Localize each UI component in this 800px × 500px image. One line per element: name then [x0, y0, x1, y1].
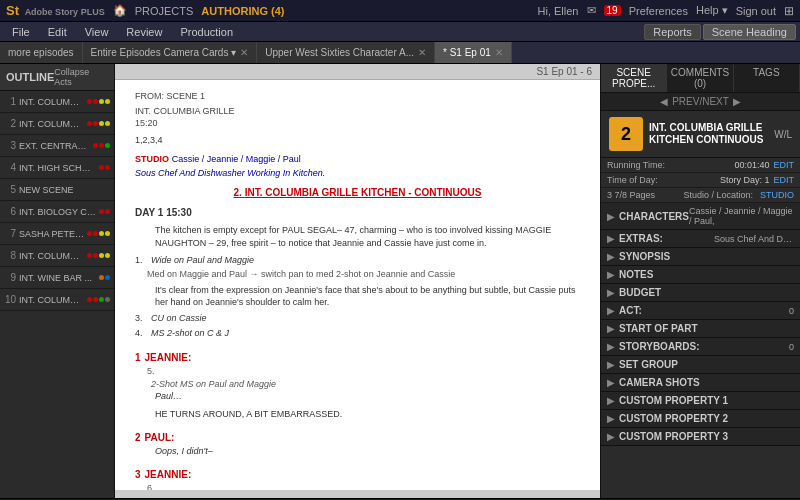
- time-of-day-value: Story Day: 1: [720, 175, 770, 185]
- day-time: DAY 1 15:30: [135, 206, 580, 220]
- running-time-value: 00:01:40: [734, 160, 769, 170]
- script-pages: 1,2,3,4: [135, 134, 580, 147]
- tab-more-episodes[interactable]: more episodes: [0, 42, 83, 63]
- tab-scene-props[interactable]: SCENE PROPE...: [601, 64, 667, 92]
- section-custom1[interactable]: ▶ CUSTOM PROPERTY 1: [601, 392, 800, 410]
- pages-label: 3 7/8 Pages: [607, 190, 684, 200]
- script-timecode: 15:20: [135, 117, 580, 130]
- section-characters[interactable]: ▶ CHARACTERS Cassie / Jeannie / Maggie /…: [601, 203, 800, 230]
- studio-location-label: Studio / Location:: [684, 190, 761, 200]
- reports-button[interactable]: Reports: [644, 24, 701, 40]
- nav-authoring[interactable]: AUTHORING (4): [201, 5, 284, 17]
- outline-item-9[interactable]: 9 INT. WINE BAR ...: [0, 267, 114, 289]
- action-line-2: It's clear from the expression on Jeanni…: [155, 284, 580, 309]
- dialogue-block-1: 1 JEANNIE: 5. 2-Shot MS on Paul and Magg…: [135, 345, 580, 403]
- right-panel: SCENE PROPE... COMMENTS (0) TAGS ◀ PREV/…: [600, 64, 800, 498]
- menu-view[interactable]: View: [77, 25, 117, 39]
- script-panel: S1 Ep 01 - 6 FROM: SCENE 1 INT. COLUMBIA…: [115, 64, 600, 498]
- scene-title-block: INT. COLUMBIA GRILLE KITCHEN CONTINUOUS: [649, 122, 768, 146]
- outline-header: OUTLINE Collapse Acts: [0, 64, 114, 91]
- section-synopsis[interactable]: ▶ SYNOPSIS: [601, 248, 800, 266]
- section-notes[interactable]: ▶ NOTES: [601, 266, 800, 284]
- scene-heading-line: 2. INT. COLUMBIA GRILLE KITCHEN - CONTIN…: [135, 186, 580, 200]
- outline-item-7[interactable]: 7 SASHA PETERSO...: [0, 223, 114, 245]
- dialogue-block-3: 3 JEANNIE: 6. MS 2-shot on C&J –Follow t…: [135, 462, 580, 491]
- scene-heading-button[interactable]: Scene Heading: [703, 24, 796, 40]
- shot-2: Med on Maggie and Paul → switch pan to m…: [147, 268, 580, 281]
- jeannie-dialogue-1: Paul…: [155, 390, 580, 403]
- section-storyboards[interactable]: ▶ STORYBOARDS: 0: [601, 338, 800, 356]
- section-custom2[interactable]: ▶ CUSTOM PROPERTY 2: [601, 410, 800, 428]
- outline-item-6[interactable]: 6 INT. BIOLOGY CL...: [0, 201, 114, 223]
- outline-item-2[interactable]: 2 INT. COLUMBIA ...: [0, 113, 114, 135]
- props-tabs: SCENE PROPE... COMMENTS (0) TAGS: [601, 64, 800, 93]
- outline-item-3[interactable]: 3 EXT. CENTRAL P...: [0, 135, 114, 157]
- outline-item-5[interactable]: 5 NEW SCENE: [0, 179, 114, 201]
- shot-4: 4. MS 2-shot on C & J: [135, 327, 580, 340]
- nav-projects[interactable]: PROJECTS: [135, 5, 194, 17]
- collapse-acts-button[interactable]: Collapse Acts: [54, 67, 108, 87]
- scene-num-label: 2.: [234, 187, 242, 198]
- section-set-group[interactable]: ▶ SET GROUP: [601, 356, 800, 374]
- nav-home-icon[interactable]: 🏠: [113, 4, 127, 17]
- scene-heading-text: INT. COLUMBIA GRILLE KITCHEN - CONTINUOU…: [245, 187, 482, 198]
- outline-title: OUTLINE: [6, 71, 54, 83]
- outline-item-8[interactable]: 8 INT. COLUMBIA ...: [0, 245, 114, 267]
- tab-close-s1ep01[interactable]: ✕: [495, 47, 503, 58]
- pages-studio-row: 3 7/8 Pages Studio / Location: STUDIO: [601, 188, 800, 203]
- sections-list: ▶ CHARACTERS Cassie / Jeannie / Maggie /…: [601, 203, 800, 498]
- next-button[interactable]: ▶: [733, 96, 741, 107]
- tab-close-camera[interactable]: ✕: [240, 47, 248, 58]
- section-camera-shots[interactable]: ▶ CAMERA SHOTS: [601, 374, 800, 392]
- studio-note: Sous Chef And Dishwasher Working In Kitc…: [135, 168, 325, 178]
- outline-item-1[interactable]: 1 INT. COLUMBIA ...: [0, 91, 114, 113]
- prefs-link[interactable]: Preferences: [629, 5, 688, 17]
- tab-character[interactable]: Upper West Sixties Character A... ✕: [257, 42, 435, 63]
- user-greeting: Hi, Ellen: [538, 5, 579, 17]
- scene-info: 2 INT. COLUMBIA GRILLE KITCHEN CONTINUOU…: [601, 111, 800, 158]
- tab-camera-cards[interactable]: Entire Episodes Camera Cards ▾ ✕: [83, 42, 258, 63]
- running-time-label: Running Time:: [607, 160, 734, 170]
- script-page-header: S1 Ep 01 - 6: [115, 64, 600, 80]
- section-budget[interactable]: ▶ BUDGET: [601, 284, 800, 302]
- studio-label: STUDIO: [135, 154, 169, 164]
- action-he-turns: HE TURNS AROUND, A BIT EMBARRASSED.: [135, 407, 580, 421]
- script-body[interactable]: FROM: SCENE 1 INT. COLUMBIA GRILLE 15:20…: [115, 80, 600, 490]
- studio-line: STUDIO Cassie / Jeannie / Maggie / Paul …: [135, 152, 580, 180]
- edit-time-of-day-button[interactable]: EDIT: [773, 175, 794, 185]
- menu-file[interactable]: File: [4, 25, 38, 39]
- script-location: INT. COLUMBIA GRILLE: [135, 105, 580, 118]
- outline-item-4[interactable]: 4 INT. HIGH SCHOO...: [0, 157, 114, 179]
- chevron-right-icon-setgroup: ▶: [607, 359, 615, 370]
- tab-comments[interactable]: COMMENTS (0): [667, 64, 733, 92]
- dialogue-block-2: 2 PAUL: Oops, I didn't–: [135, 425, 580, 458]
- section-extras[interactable]: ▶ EXTRAS: Sous Chef And Dishwasher Worki…: [601, 230, 800, 248]
- shots-block: 1. Wide on Paul and Maggie Med on Maggie…: [135, 254, 580, 340]
- top-bar: St Adobe Story PLUS 🏠 PROJECTS AUTHORING…: [0, 0, 800, 22]
- scene-wl-label: W/L: [774, 129, 792, 140]
- outline-item-10[interactable]: 10 INT. COLUMBIA ...: [0, 289, 114, 311]
- prev-next-label: PREV/NEXT: [672, 96, 729, 107]
- section-act[interactable]: ▶ ACT: 0: [601, 302, 800, 320]
- prev-button[interactable]: ◀: [660, 96, 668, 107]
- menu-bar: File Edit View Review Production Reports…: [0, 22, 800, 42]
- menu-review[interactable]: Review: [118, 25, 170, 39]
- chevron-right-icon-budget: ▶: [607, 287, 615, 298]
- tab-close-character[interactable]: ✕: [418, 47, 426, 58]
- help-link[interactable]: Help ▾: [696, 4, 728, 17]
- section-start-of-part[interactable]: ▶ START OF PART: [601, 320, 800, 338]
- chevron-right-icon-custom1: ▶: [607, 395, 615, 406]
- app-logo: St Adobe Story PLUS: [6, 3, 105, 18]
- menu-edit[interactable]: Edit: [40, 25, 75, 39]
- window-icon: ⊞: [784, 4, 794, 18]
- mail-icon[interactable]: ✉: [587, 4, 596, 17]
- tab-tags[interactable]: TAGS: [734, 64, 800, 92]
- chevron-right-icon: ▶: [607, 211, 615, 222]
- tab-s1ep01[interactable]: * S1 Ep 01 ✕: [435, 42, 512, 63]
- section-custom3[interactable]: ▶ CUSTOM PROPERTY 3: [601, 428, 800, 446]
- studio-cast: Cassie / Jeannie / Maggie / Paul: [172, 154, 301, 164]
- menu-production[interactable]: Production: [172, 25, 241, 39]
- chevron-right-icon-notes: ▶: [607, 269, 615, 280]
- edit-running-time-button[interactable]: EDIT: [773, 160, 794, 170]
- signout-link[interactable]: Sign out: [736, 5, 776, 17]
